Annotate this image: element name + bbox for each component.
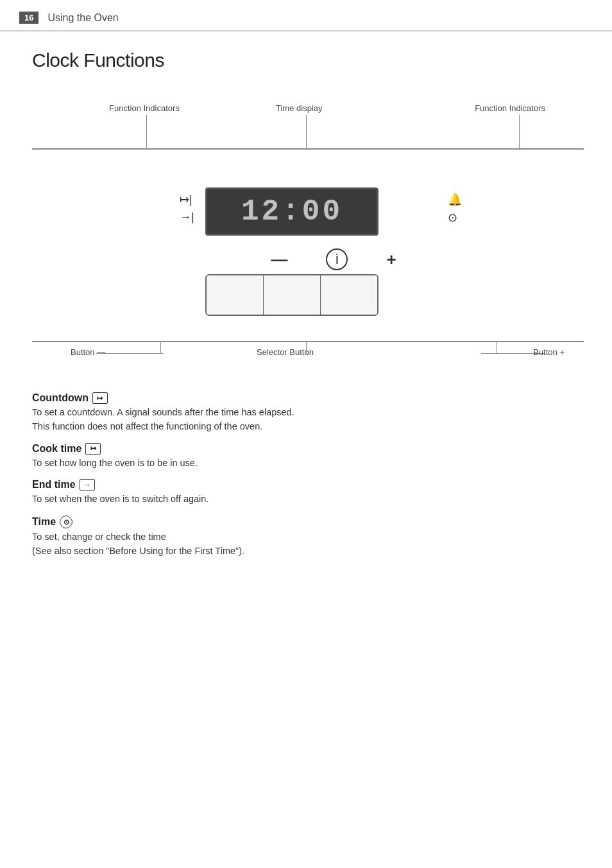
section-title: Clock Functions (32, 49, 580, 71)
desc-cook-time-heading: Cook time ↦ (32, 443, 580, 455)
countdown-text: To set a countdown. A signal sounds afte… (32, 406, 580, 434)
end-time-icon: → (80, 479, 95, 490)
end-time-text: To set when the oven is to switch off ag… (32, 492, 580, 507)
countdown-label: Countdown (32, 392, 89, 404)
buttons-row (205, 274, 378, 316)
panel-area: ↦| →| 12:00 🔔 ⊙ — i + (122, 149, 545, 342)
main-content: Clock Functions Function Indicators Time… (0, 37, 612, 587)
time-icon: ⊙ (60, 516, 72, 528)
connector-time-line (306, 115, 307, 149)
end-time-indicator: →| (180, 211, 194, 224)
diagram-container: Function Indicators Time display Functio… (32, 91, 584, 373)
bell-indicator: 🔔 (448, 193, 462, 207)
left-indicators: ↦| →| (180, 193, 194, 224)
plus-symbol: + (386, 250, 396, 270)
desc-countdown: Countdown ↦ To set a countdown. A signal… (32, 392, 580, 434)
label-function-indicators-right: Function Indicators (475, 103, 545, 113)
desc-time: Time ⊙ To set, change or check the time … (32, 516, 580, 559)
info-symbol: i (326, 248, 348, 270)
page-number: 16 (19, 12, 38, 24)
conn-btn-plus-line (497, 341, 497, 354)
controls-row: — i + (186, 248, 481, 270)
bottom-divider-line (32, 341, 584, 342)
button-right[interactable] (321, 275, 377, 315)
countdown-icon: ↦ (92, 392, 108, 404)
desc-end-time-heading: End time → (32, 479, 580, 490)
button-center[interactable] (264, 275, 321, 315)
cook-time-indicator: ↦| (180, 193, 194, 207)
label-selector-button: Selector Button (257, 347, 314, 357)
desc-cook-time: Cook time ↦ To set how long the oven is … (32, 443, 580, 471)
minus-symbol: — (271, 250, 287, 270)
label-function-indicators-left: Function Indicators (109, 103, 180, 113)
desc-time-heading: Time ⊙ (32, 516, 580, 528)
connector-func-right-line (519, 115, 520, 149)
desc-countdown-heading: Countdown ↦ (32, 392, 580, 404)
connector-func-left-line (146, 115, 147, 149)
page-header-title: Using the Oven (47, 12, 118, 24)
right-indicators: 🔔 ⊙ (448, 193, 462, 225)
h-line-btn-minus (96, 353, 164, 354)
cook-time-label: Cook time (32, 443, 81, 455)
end-time-label: End time (32, 479, 76, 490)
time-label: Time (32, 516, 56, 528)
label-time-display: Time display (276, 103, 322, 113)
display-value: 12:00 (241, 195, 343, 229)
label-button-plus: Button + (533, 347, 565, 357)
time-text: To set, change or check the time (See al… (32, 530, 580, 559)
cook-time-icon: ↦ (85, 443, 101, 455)
button-left[interactable] (207, 275, 264, 315)
description-section: Countdown ↦ To set a countdown. A signal… (32, 392, 580, 559)
cook-time-text: To set how long the oven is to be in use… (32, 456, 580, 471)
label-button-minus: Button — (71, 347, 105, 357)
conn-btn-minus-line (160, 341, 161, 354)
page-header: 16 Using the Oven (0, 0, 612, 31)
digital-display: 12:00 (205, 187, 378, 236)
clock-indicator: ⊙ (448, 211, 462, 225)
desc-end-time: End time → To set when the oven is to sw… (32, 479, 580, 507)
